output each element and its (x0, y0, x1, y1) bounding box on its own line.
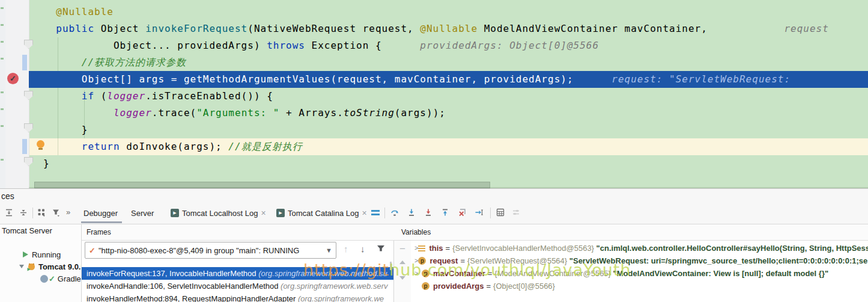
tab-debugger[interactable]: Debugger (81, 203, 120, 223)
code-token: toString (344, 107, 395, 119)
tree-item-gradle[interactable]: ✓Gradle : or (0, 261, 81, 273)
frame-package: (org.springframework.web.method.su (258, 269, 387, 278)
gutter-tick (1, 58, 4, 60)
code-token: Object (94, 23, 145, 34)
lightbulb-icon[interactable] (37, 140, 44, 148)
code-token: .trace( (152, 107, 196, 119)
close-icon[interactable]: × (362, 209, 367, 217)
gutter-tick (1, 41, 4, 43)
variables-header-label: Variables (401, 228, 431, 236)
object-icon (418, 245, 425, 252)
frame-method: invokeHandlerMethod:894, RequestMappingH… (86, 294, 298, 302)
ide-window: @Nullable public Object invokeForRequest… (0, 0, 868, 302)
equals-sign: = (485, 267, 495, 280)
code-token: public (56, 23, 94, 34)
variable-row[interactable]: providedArgs = {Object[0]@5566} (411, 280, 868, 292)
drop-frame-icon[interactable] (458, 208, 466, 217)
variable-string: "cn.imlql.web.controller.HelloController… (596, 242, 868, 254)
force-step-into-icon[interactable] (424, 208, 432, 217)
variable-value: {Object[0]@5566} (493, 280, 555, 292)
thread-selector[interactable]: ✓ "http-nio-8080-exec-8"@5,409 in group … (85, 242, 336, 259)
code-token: throws (267, 40, 305, 51)
tab-tomcat-localhost-log[interactable]: Tomcat Localhost Log × (168, 203, 269, 223)
variable-name: this (429, 242, 443, 254)
remove-watch-button[interactable]: − (394, 243, 411, 255)
tab-label: Debugger (83, 209, 118, 218)
code-token (43, 57, 82, 68)
code-line: //获取方法的请求参数 (29, 54, 868, 71)
execution-line: Object[] args = getMethodArgumentValues(… (29, 71, 868, 88)
code-token: Exception { (305, 40, 382, 51)
code-comment: //就是反射执行 (228, 141, 302, 152)
frame-row[interactable]: invokeForRequest:137, InvocableHandlerMe… (82, 267, 393, 280)
tab-tomcat-catalina-log[interactable]: Tomcat Catalina Log × (274, 203, 369, 223)
group-tabs-icon[interactable] (37, 208, 46, 217)
code-line: if (logger.isTraceEnabled()) { (29, 88, 868, 105)
frames-filter-icon[interactable] (376, 244, 386, 253)
gutter-tick (1, 125, 4, 127)
vertical-scrollbar-thumb[interactable] (390, 262, 392, 270)
code-line: return doInvoke(args); //就是反射执行 (29, 138, 868, 155)
services-tree: Tomcat Server Running Tomcat 9.0.54 [ ✓G… (0, 224, 82, 302)
debugger-inline-hint: providedArgs: Object[0]@5566 (382, 40, 599, 51)
variables-header: Variables (393, 224, 868, 241)
debugger-inline-hint: request (708, 23, 829, 34)
evaluate-expression-icon[interactable] (496, 208, 505, 217)
variable-name: request (429, 254, 458, 267)
frames-panel: Frames ✓ "http-nio-8080-exec-8"@5,409 in… (82, 224, 393, 302)
tree-item-tomcat-server[interactable]: Tomcat Server (0, 225, 82, 237)
gutter-tick (1, 7, 4, 9)
gutter-tick (1, 91, 4, 93)
tree-item-label: Tomcat Server (2, 226, 52, 235)
variable-row[interactable]: > this = {ServletInvocableHandlerMethod@… (411, 242, 868, 254)
code-comment: //获取方法的请求参数 (82, 57, 186, 68)
tab-label: Tomcat Catalina Log (288, 209, 359, 218)
more-chevron-icon[interactable]: » (66, 208, 74, 217)
filter-icon[interactable] (52, 208, 60, 217)
services-label: ces (1, 191, 14, 201)
code-token: invokeForRequest (145, 23, 247, 34)
move-down-icon[interactable]: ↓ (360, 244, 365, 254)
variable-row[interactable]: > request = {ServletWebRequest@5564} "Se… (411, 254, 868, 267)
code-token: logger (107, 90, 145, 102)
code-token: Object[] args = getMethodArgumentValues(… (43, 73, 574, 85)
frames-header-label: Frames (86, 228, 111, 236)
code-editor[interactable]: @Nullable public Object invokeForRequest… (0, 0, 868, 188)
layout-menu-icon[interactable] (371, 210, 380, 215)
breakpoint-icon[interactable]: ✓ (7, 73, 19, 84)
step-into-icon[interactable] (407, 208, 416, 217)
frame-method: invokeForRequest:137, InvocableHandlerMe… (86, 269, 258, 278)
chevron-right-icon[interactable]: > (414, 267, 422, 280)
tab-server[interactable]: Server (129, 203, 156, 223)
variable-value: {ModelAndViewContainer@5565} (494, 267, 613, 280)
equals-sign: = (458, 254, 467, 267)
expand-all-icon[interactable] (5, 208, 13, 217)
close-icon[interactable]: × (261, 209, 266, 217)
code-token (43, 107, 114, 119)
scroll-down-icon[interactable] (394, 276, 411, 280)
change-marker (22, 55, 27, 70)
variable-value: {ServletWebRequest@5564} (467, 254, 569, 267)
code-token: @Nullable (420, 23, 478, 34)
step-out-icon[interactable] (441, 208, 449, 217)
frame-row[interactable]: invokeHandlerMethod:894, RequestMappingH… (82, 292, 393, 302)
code-token (43, 23, 56, 34)
tree-item-running[interactable]: Running (0, 237, 81, 249)
run-to-cursor-icon[interactable] (475, 208, 483, 217)
scroll-up-icon[interactable] (394, 260, 411, 264)
settings-disabled-icon[interactable] (512, 208, 520, 217)
tab-label: Server (131, 209, 154, 218)
variables-panel: Variables > this = {ServletInvocableHand… (411, 224, 868, 302)
code-token: doInvoke(args); (120, 141, 229, 152)
move-up-icon[interactable]: ↑ (344, 244, 348, 254)
code-token (43, 141, 82, 152)
frame-row[interactable]: invokeAndHandle:106, ServletInvocableHan… (82, 280, 393, 292)
check-icon: ✓ (85, 246, 99, 255)
gradle-icon (40, 275, 48, 283)
tree-item-tomcat[interactable]: Tomcat 9.0.54 [ (0, 249, 81, 261)
variable-row[interactable]: > mavContainer = {ModelAndViewContainer@… (411, 267, 868, 280)
step-over-icon[interactable] (390, 208, 399, 217)
collapse-all-icon[interactable] (19, 208, 28, 217)
code-token: } (43, 124, 88, 135)
equals-sign: = (443, 242, 453, 254)
